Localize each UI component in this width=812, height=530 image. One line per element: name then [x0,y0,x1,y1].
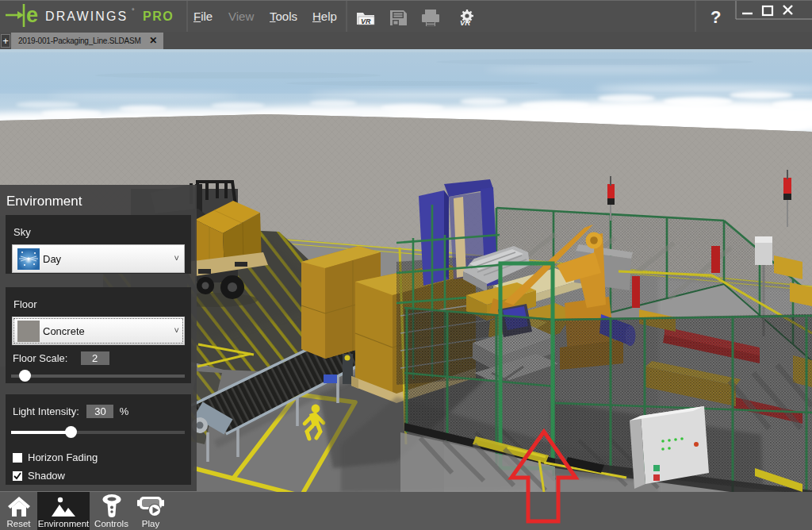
svg-text:°: ° [132,7,135,15]
svg-text:PRO: PRO [143,10,174,23]
svg-text:DRAWINGS: DRAWINGS [45,10,128,23]
svg-text:VR: VR [361,17,371,25]
svg-text:e: e [26,3,38,27]
svg-text:VR: VR [460,18,470,27]
svg-text:?: ? [710,7,721,27]
